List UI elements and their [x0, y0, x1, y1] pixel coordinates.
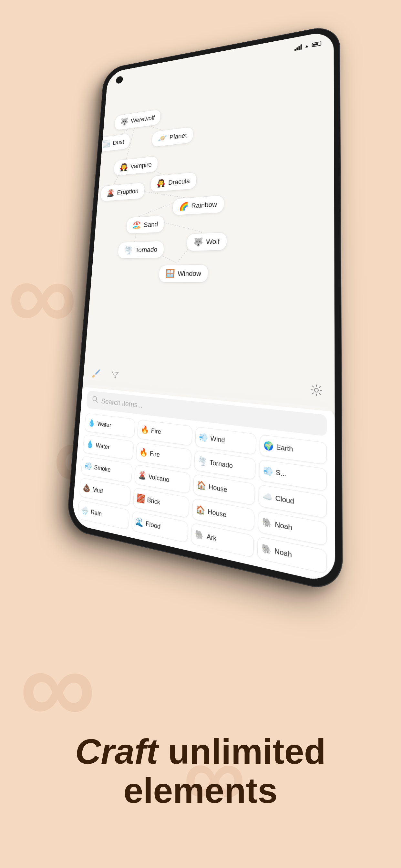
volcano-label: Volcano: [148, 472, 169, 484]
battery-fill: [313, 43, 318, 46]
volcano-emoji: 🌋: [138, 470, 147, 480]
camera-notch: [116, 75, 123, 84]
wind-emoji: 💨: [199, 432, 208, 443]
werewolf-emoji: 🐺: [120, 117, 129, 127]
rainbow-label: Rainbow: [191, 200, 217, 210]
brick-label: Brick: [147, 496, 160, 506]
dust-label: Dust: [113, 138, 125, 147]
cloud-emoji: ☁️: [262, 491, 272, 503]
smoke2-label: Smoke: [94, 463, 111, 474]
planet-label: Planet: [169, 131, 187, 141]
house2-emoji: 🏠: [196, 504, 205, 516]
connection-lines-svg: [83, 48, 335, 412]
rain-label: Rain: [90, 508, 102, 518]
items-grid: 💧 Water 🔥 Fire 💨 Wind 🌍 Earth: [78, 413, 327, 574]
headline-bold-italic: Craft: [75, 732, 158, 771]
dracula-emoji: 🧛: [156, 179, 166, 188]
tornado-grid-label: Tornado: [209, 458, 233, 470]
grid-item-wind[interactable]: 💨 Wind: [195, 427, 256, 455]
mud-label: Mud: [92, 486, 103, 495]
search-icon: [92, 396, 98, 405]
battery-icon: [312, 41, 321, 47]
water2-label: Water: [96, 442, 110, 451]
search-placeholder: Search items...: [101, 397, 143, 409]
settings-button[interactable]: [306, 379, 327, 401]
window-emoji: 🪟: [165, 269, 175, 278]
earth-emoji: 🌍: [264, 440, 274, 452]
water-label: Water: [97, 420, 112, 429]
ark-label: Ark: [207, 532, 217, 543]
grid-item-fire[interactable]: 🔥 Fire: [137, 420, 192, 446]
smoke-label: S...: [276, 468, 286, 478]
svg-line-13: [96, 400, 97, 402]
werewolf-label: Werewolf: [131, 114, 155, 124]
phone-case: ▲: [66, 24, 343, 594]
dracula-label: Dracula: [168, 177, 190, 186]
phone-device: ▲: [66, 24, 343, 594]
sand-emoji: 🏖️: [132, 221, 142, 230]
chip-tornado[interactable]: 🌪️ Tornado: [118, 241, 164, 259]
tornado-label: Tornado: [135, 245, 158, 254]
water-emoji: 💧: [88, 418, 96, 428]
sand-label: Sand: [144, 220, 158, 228]
smoke2-emoji: 💨: [84, 461, 92, 471]
headline-normal: unlimited: [158, 732, 326, 771]
chip-wolf[interactable]: 🐺 Wolf: [186, 232, 227, 251]
flood-emoji: 🌊: [135, 517, 144, 528]
bottom-text-section: Craft unlimited elements: [0, 732, 401, 810]
headline: Craft unlimited: [26, 732, 375, 771]
grid-item-water2[interactable]: 💧 Water: [83, 434, 134, 461]
status-icons: ▲: [295, 41, 321, 51]
chip-sand[interactable]: 🏖️ Sand: [126, 215, 165, 234]
phone-screen: ▲: [71, 30, 335, 584]
bottom-panel: Search items... 💧 Water 🔥 Fire 💨 Wind: [71, 384, 335, 585]
mud-emoji: 💩: [83, 483, 91, 493]
house-label: House: [208, 483, 227, 494]
grid-item-water[interactable]: 💧 Water: [84, 413, 135, 438]
signal-bar-4: [301, 44, 302, 50]
planet-emoji: 🪐: [158, 133, 167, 143]
svg-point-11: [314, 388, 318, 392]
fire-label: Fire: [151, 427, 161, 436]
signal-bar-1: [295, 49, 296, 51]
vampire-label: Vampire: [130, 161, 152, 170]
smoke-emoji: 💨: [263, 465, 273, 477]
ark-emoji: 🐘: [195, 529, 204, 541]
chip-window[interactable]: 🪟 Window: [158, 264, 209, 283]
fire2-label: Fire: [150, 450, 160, 459]
signal-bar-3: [298, 46, 300, 50]
wolf-label: Wolf: [206, 237, 220, 246]
eruption-label: Eruption: [117, 187, 139, 196]
tornado-grid-emoji: 🌪️: [197, 456, 207, 467]
rain-emoji: 🌧️: [81, 505, 89, 516]
wind-label: Wind: [210, 434, 225, 444]
signal-icon: [295, 44, 302, 51]
water2-emoji: 💧: [86, 439, 94, 449]
dust-emoji: 🌫️: [102, 139, 111, 148]
eruption-emoji: 🌋: [106, 189, 115, 198]
filter-tool-button[interactable]: [107, 366, 123, 384]
fire-emoji: 🔥: [141, 425, 149, 435]
brick-emoji: 🧱: [136, 493, 145, 504]
rainbow-emoji: 🌈: [179, 202, 189, 211]
signal-bar-2: [297, 48, 298, 51]
house2-label: House: [208, 507, 227, 519]
lte-indicator: ▲: [305, 43, 309, 49]
noah-label: Noah: [275, 520, 292, 532]
vampire-emoji: 🧛: [120, 162, 128, 172]
window-label: Window: [178, 269, 202, 278]
earth-label: Earth: [276, 443, 293, 454]
noah-emoji: 🐘: [262, 517, 272, 529]
fire2-emoji: 🔥: [139, 447, 148, 458]
toolbar-icons: 🖌️: [88, 364, 123, 384]
wolf-emoji: 🐺: [193, 237, 204, 247]
house-emoji: 🏠: [197, 480, 206, 491]
tornado-emoji: 🌪️: [124, 245, 133, 255]
brush-tool-button[interactable]: 🖌️: [88, 364, 104, 382]
chip-rainbow[interactable]: 🌈 Rainbow: [172, 195, 224, 215]
grid-item-earth[interactable]: 🌍 Earth: [259, 434, 327, 465]
cloud-label: Cloud: [275, 494, 295, 506]
canvas-area[interactable]: 🐺 Werewolf 🌫️ Dust 🪐 Planet 🧛 Vampire 🧛: [83, 48, 335, 412]
flood-label: Flood: [146, 520, 161, 531]
noah2-emoji: 🐘: [261, 543, 272, 556]
